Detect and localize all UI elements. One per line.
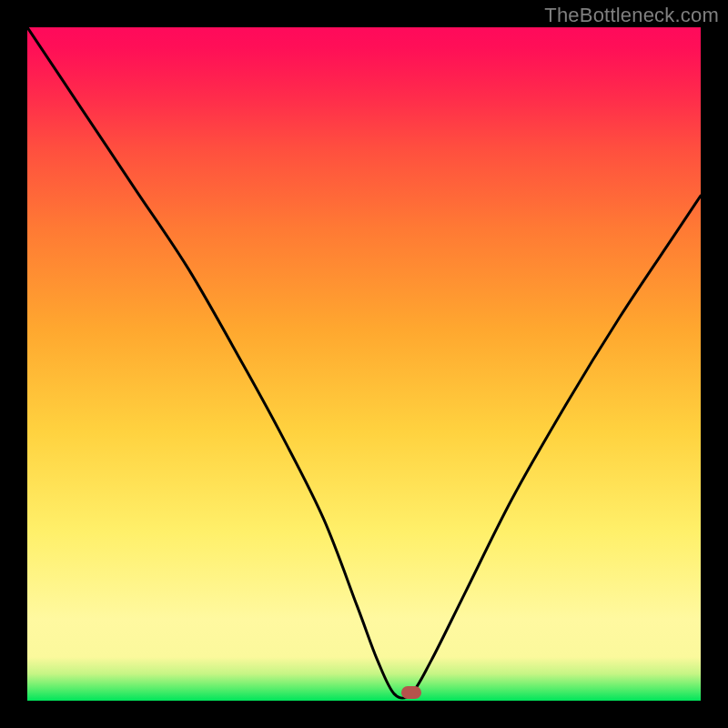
bottleneck-curve — [27, 27, 701, 701]
watermark: TheBottleneck.com — [544, 4, 719, 27]
chart-frame: TheBottleneck.com — [0, 0, 728, 728]
plot-area — [27, 27, 701, 701]
curve-path — [27, 27, 701, 698]
optimal-point-marker — [401, 686, 421, 699]
